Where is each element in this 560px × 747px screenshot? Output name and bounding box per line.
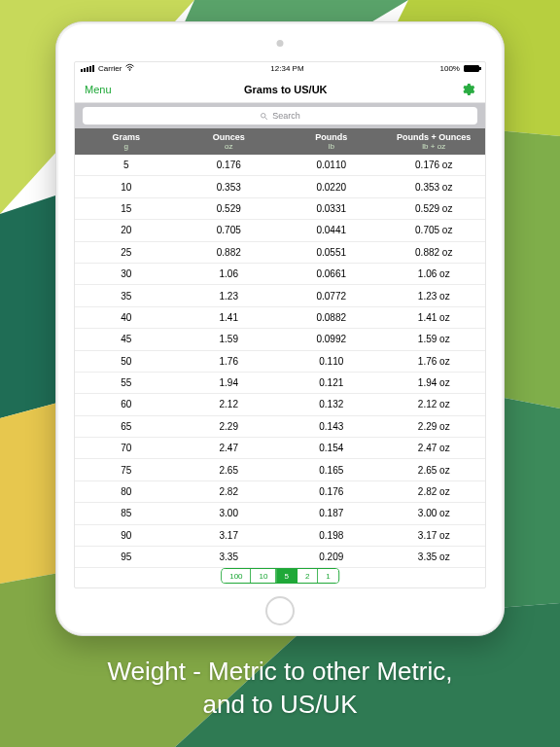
- table-cell: 3.17: [178, 530, 281, 541]
- table-cell: 1.23 oz: [383, 291, 486, 302]
- table-cell: 35: [75, 291, 178, 302]
- table-row[interactable]: 702.470.1542.47 oz: [75, 438, 485, 459]
- table-cell: 0.882: [178, 247, 281, 258]
- table-cell: 2.29 oz: [383, 421, 486, 432]
- settings-button[interactable]: [460, 82, 475, 97]
- table-row[interactable]: 200.7050.04410.705 oz: [75, 220, 485, 241]
- table-cell: 40: [75, 312, 178, 323]
- table-row[interactable]: 752.650.1652.65 oz: [75, 459, 485, 480]
- table-cell: 3.00 oz: [383, 508, 486, 518]
- table-cell: 2.12 oz: [383, 399, 486, 409]
- table-row[interactable]: 351.230.07721.23 oz: [75, 285, 485, 306]
- table-cell: 1.59 oz: [383, 334, 486, 344]
- table-body[interactable]: 50.1760.01100.176 oz100.3530.02200.353 o…: [75, 155, 485, 568]
- table-cell: 0.0220: [280, 182, 383, 193]
- table-cell: 1.41 oz: [383, 312, 486, 323]
- table-row[interactable]: 301.060.06611.06 oz: [75, 264, 485, 285]
- table-cell: 1.06 oz: [383, 268, 486, 279]
- carrier-label: Carrier: [98, 64, 122, 73]
- table-header: Grams g Ounces oz Pounds lb Pounds + Oun…: [75, 128, 485, 155]
- table-row[interactable]: 250.8820.05510.882 oz: [75, 242, 485, 264]
- table-cell: 0.176: [280, 486, 383, 497]
- table-row[interactable]: 652.290.1432.29 oz: [75, 416, 485, 438]
- table-cell: 0.198: [280, 530, 383, 541]
- table-cell: 3.35 oz: [383, 551, 486, 562]
- segment-2[interactable]: 2: [298, 569, 318, 583]
- table-cell: 65: [75, 421, 178, 432]
- svg-point-12: [262, 113, 266, 118]
- table-row[interactable]: 903.170.1983.17 oz: [75, 525, 485, 547]
- table-cell: 1.06: [178, 268, 281, 279]
- signal-icon: [81, 65, 94, 72]
- search-bar: Search: [75, 103, 485, 128]
- table-cell: 1.76 oz: [383, 356, 486, 367]
- table-row[interactable]: 853.000.1873.00 oz: [75, 503, 485, 524]
- search-icon: [260, 112, 268, 121]
- table-cell: 0.110: [280, 356, 383, 367]
- table-cell: 0.121: [280, 377, 383, 388]
- segment-100[interactable]: 100: [222, 569, 251, 583]
- table-cell: 0.529: [178, 203, 281, 214]
- table-cell: 0.353 oz: [383, 182, 486, 193]
- table-row[interactable]: 551.940.1211.94 oz: [75, 373, 485, 394]
- marketing-caption: Weight - Metric to other Metric, and to …: [0, 656, 560, 722]
- segment-5[interactable]: 5: [276, 569, 297, 583]
- menu-button[interactable]: Menu: [85, 84, 112, 95]
- table-row[interactable]: 501.760.1101.76 oz: [75, 351, 485, 373]
- table-row[interactable]: 50.1760.01100.176 oz: [75, 155, 485, 176]
- table-cell: 90: [75, 530, 178, 541]
- table-cell: 2.65 oz: [383, 465, 486, 476]
- table-cell: 0.529 oz: [383, 203, 486, 214]
- table-cell: 30: [75, 268, 178, 279]
- segment-1[interactable]: 1: [318, 569, 337, 583]
- table-cell: 85: [75, 508, 178, 518]
- table-cell: 0.882 oz: [383, 247, 486, 258]
- table-cell: 2.12: [178, 399, 281, 409]
- table-row[interactable]: 401.410.08821.41 oz: [75, 307, 485, 329]
- step-segmented-control[interactable]: 10010521: [221, 568, 339, 584]
- table-cell: 3.00: [178, 508, 281, 518]
- table-row[interactable]: 451.590.09921.59 oz: [75, 329, 485, 350]
- table-cell: 1.23: [178, 291, 281, 302]
- table-cell: 0.705: [178, 225, 281, 235]
- table-cell: 2.29: [178, 421, 281, 432]
- table-cell: 95: [75, 551, 178, 562]
- table-cell: 1.94: [178, 377, 281, 388]
- table-cell: 0.187: [280, 508, 383, 518]
- gear-icon: [460, 82, 475, 97]
- table-cell: 2.47 oz: [383, 443, 486, 453]
- table-cell: 0.154: [280, 443, 383, 453]
- table-cell: 1.76: [178, 356, 281, 367]
- table-row[interactable]: 100.3530.02200.353 oz: [75, 176, 485, 197]
- table-cell: 0.0441: [280, 225, 383, 235]
- table-row[interactable]: 802.820.1762.82 oz: [75, 481, 485, 503]
- table-cell: 0.0331: [280, 203, 383, 214]
- home-button[interactable]: [265, 596, 295, 625]
- table-cell: 15: [75, 203, 178, 214]
- table-cell: 20: [75, 225, 178, 235]
- battery-percent: 100%: [440, 64, 460, 73]
- table-row[interactable]: 150.5290.03310.529 oz: [75, 198, 485, 220]
- table-cell: 0.143: [280, 421, 383, 432]
- table-cell: 0.0772: [280, 291, 383, 302]
- table-cell: 0.353: [178, 182, 281, 193]
- battery-icon: [464, 65, 479, 72]
- nav-bar: Menu Grams to US/UK: [75, 76, 485, 103]
- search-input[interactable]: Search: [83, 107, 477, 124]
- table-row[interactable]: 953.350.2093.35 oz: [75, 547, 485, 568]
- table-cell: 0.176 oz: [383, 160, 486, 170]
- svg-line-13: [265, 117, 267, 119]
- table-cell: 0.176: [178, 160, 281, 170]
- col-ounces: Ounces oz: [178, 128, 281, 155]
- table-cell: 0.0992: [280, 334, 383, 344]
- segment-10[interactable]: 10: [252, 569, 277, 583]
- table-cell: 0.0551: [280, 247, 383, 258]
- table-cell: 0.209: [280, 551, 383, 562]
- table-cell: 60: [75, 399, 178, 409]
- ipad-frame: Carrier 12:34 PM 100% Menu Grams to US/U…: [55, 21, 505, 636]
- table-row[interactable]: 602.120.1322.12 oz: [75, 394, 485, 415]
- table-cell: 0.132: [280, 399, 383, 409]
- table-cell: 2.65: [178, 465, 281, 476]
- table-cell: 0.0661: [280, 268, 383, 279]
- table-cell: 45: [75, 334, 178, 344]
